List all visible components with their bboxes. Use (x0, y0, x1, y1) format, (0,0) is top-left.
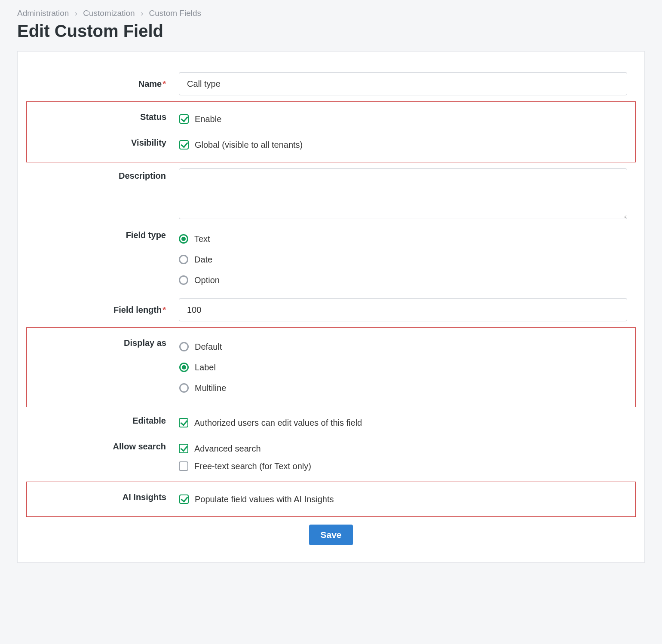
checkbox-visibility-global[interactable] (179, 140, 189, 150)
radio-label-display-as-default[interactable]: Default (195, 342, 222, 352)
field-length-input[interactable] (179, 298, 627, 321)
radio-label-display-as-label[interactable]: Label (195, 363, 216, 372)
label-status: Status (27, 110, 179, 122)
form-card: Name* Status Enable Visibility (17, 51, 645, 563)
checkbox-allow-search-advanced[interactable] (179, 444, 188, 453)
radio-label-field-type-date[interactable]: Date (194, 255, 212, 265)
label-editable: Editable (26, 413, 179, 426)
checkbox-label-status-enable[interactable]: Enable (195, 114, 221, 124)
radio-display-as-multiline[interactable] (179, 383, 189, 393)
label-ai-insights: AI Insights (27, 490, 179, 502)
chevron-right-icon: › (75, 9, 77, 18)
highlight-status-visibility: Status Enable Visibility Global (visible… (26, 101, 636, 162)
checkbox-label-ai-insights-populate[interactable]: Populate field values with AI Insights (195, 494, 334, 504)
radio-label-field-type-text[interactable]: Text (194, 234, 210, 244)
highlight-ai-insights: AI Insights Populate field values with A… (26, 482, 636, 517)
label-field-length: Field length* (26, 305, 179, 315)
label-name: Name* (26, 79, 179, 89)
breadcrumb-item-customization[interactable]: Customization (83, 9, 135, 18)
radio-label-field-type-option[interactable]: Option (194, 275, 220, 285)
radio-display-as-default[interactable] (179, 342, 189, 351)
chevron-right-icon: › (141, 9, 143, 18)
radio-field-type-date[interactable] (179, 255, 188, 264)
checkbox-label-allow-search-freetext[interactable]: Free-text search (for Text only) (194, 461, 311, 471)
radio-field-type-option[interactable] (179, 275, 188, 285)
radio-label-display-as-multiline[interactable]: Multiline (195, 383, 226, 393)
label-description: Description (26, 168, 179, 181)
breadcrumb-item-custom-fields[interactable]: Custom Fields (149, 9, 201, 18)
highlight-display-as: Display as Default Label Multiline (26, 327, 636, 407)
label-visibility: Visibility (27, 135, 179, 148)
checkbox-label-allow-search-advanced[interactable]: Advanced search (194, 444, 261, 454)
checkbox-allow-search-freetext[interactable] (179, 461, 188, 471)
save-button[interactable]: Save (309, 525, 352, 545)
label-field-type: Field type (26, 228, 179, 240)
page-title: Edit Custom Field (17, 21, 645, 41)
radio-field-type-text[interactable] (179, 234, 188, 244)
radio-display-as-label[interactable] (179, 363, 189, 372)
label-display-as: Display as (27, 336, 179, 348)
description-textarea[interactable] (179, 168, 627, 219)
checkbox-editable-authorized[interactable] (179, 418, 188, 427)
label-allow-search: Allow search (26, 439, 179, 452)
breadcrumb: Administration › Customization › Custom … (17, 9, 645, 18)
checkbox-label-editable-authorized[interactable]: Authorized users can edit values of this… (194, 418, 362, 428)
checkbox-label-visibility-global[interactable]: Global (visible to all tenants) (195, 140, 303, 150)
breadcrumb-item-administration[interactable]: Administration (17, 9, 69, 18)
name-input[interactable] (179, 72, 627, 95)
checkbox-ai-insights-populate[interactable] (179, 494, 189, 504)
checkbox-status-enable[interactable] (179, 114, 189, 124)
